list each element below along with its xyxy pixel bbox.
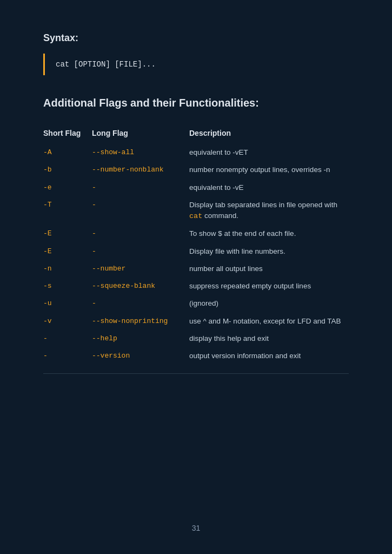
short-flag-cell: -A	[43, 144, 92, 161]
table-row: -e-equivalent to -vE	[43, 179, 349, 196]
flags-title: Additional Flags and their Functionaliti…	[43, 97, 349, 109]
table-row: -s--squeeze-blanksuppress repeated empty…	[43, 278, 349, 295]
short-flag-cell: -E	[43, 243, 92, 260]
description-cell: equivalent to -vET	[189, 144, 349, 161]
description-cell: Display file with line numbers.	[189, 243, 349, 260]
description-cell: number all output lines	[189, 260, 349, 278]
page-number: 31	[192, 524, 201, 532]
syntax-code: cat [OPTION] [FILE]...	[43, 54, 349, 75]
table-row: -E-Display file with line numbers.	[43, 243, 349, 260]
long-flag-cell: --help	[92, 330, 189, 347]
table-row: -v--show-nonprintinguse ^ and M- notatio…	[43, 313, 349, 330]
flags-table: Short Flag Long Flag Description -A--sho…	[43, 124, 349, 365]
table-row: -A--show-allequivalent to -vET	[43, 144, 349, 161]
col-header-long-flag: Long Flag	[92, 124, 189, 144]
description-cell: To show $ at the end of each file.	[189, 225, 349, 242]
long-flag-cell: -	[92, 225, 189, 242]
table-row: ---helpdisplay this help and exit	[43, 330, 349, 347]
table-row: -b--number-nonblanknumber nonempty outpu…	[43, 161, 349, 179]
description-cell: display this help and exit	[189, 330, 349, 347]
short-flag-cell: -n	[43, 260, 92, 278]
syntax-section: Syntax: cat [OPTION] [FILE]...	[43, 32, 349, 75]
short-flag-cell: -s	[43, 278, 92, 295]
long-flag-cell: --show-nonprinting	[92, 313, 189, 330]
description-cell: Display tab separated lines in file open…	[189, 196, 349, 226]
table-header-row: Short Flag Long Flag Description	[43, 124, 349, 144]
short-flag-cell: -E	[43, 225, 92, 242]
long-flag-cell: --number-nonblank	[92, 161, 189, 179]
short-flag-cell: -	[43, 330, 92, 347]
flags-section: Additional Flags and their Functionaliti…	[43, 97, 349, 374]
short-flag-cell: -v	[43, 313, 92, 330]
short-flag-cell: -u	[43, 295, 92, 312]
long-flag-cell: --version	[92, 347, 189, 365]
long-flag-cell: --number	[92, 260, 189, 278]
table-row: ---versionoutput version information and…	[43, 347, 349, 365]
description-cell: use ^ and M- notation, except for LFD an…	[189, 313, 349, 330]
short-flag-cell: -e	[43, 179, 92, 196]
table-row: -E-To show $ at the end of each file.	[43, 225, 349, 242]
description-cell: suppress repeated empty output lines	[189, 278, 349, 295]
long-flag-cell: --show-all	[92, 144, 189, 161]
col-header-short-flag: Short Flag	[43, 124, 92, 144]
short-flag-cell: -b	[43, 161, 92, 179]
short-flag-cell: -	[43, 347, 92, 365]
description-cell: equivalent to -vE	[189, 179, 349, 196]
description-cell: number nonempty output lines, overrides …	[189, 161, 349, 179]
table-divider	[43, 373, 349, 374]
table-row: -u-(ignored)	[43, 295, 349, 312]
syntax-title: Syntax:	[43, 32, 349, 44]
long-flag-cell: -	[92, 179, 189, 196]
long-flag-cell: -	[92, 243, 189, 260]
short-flag-cell: -T	[43, 196, 92, 226]
long-flag-cell: -	[92, 196, 189, 226]
description-cell: (ignored)	[189, 295, 349, 312]
long-flag-cell: -	[92, 295, 189, 312]
table-row: -T-Display tab separated lines in file o…	[43, 196, 349, 226]
long-flag-cell: --squeeze-blank	[92, 278, 189, 295]
table-row: -n--numbernumber all output lines	[43, 260, 349, 278]
description-cell: output version information and exit	[189, 347, 349, 365]
col-header-description: Description	[189, 124, 349, 144]
